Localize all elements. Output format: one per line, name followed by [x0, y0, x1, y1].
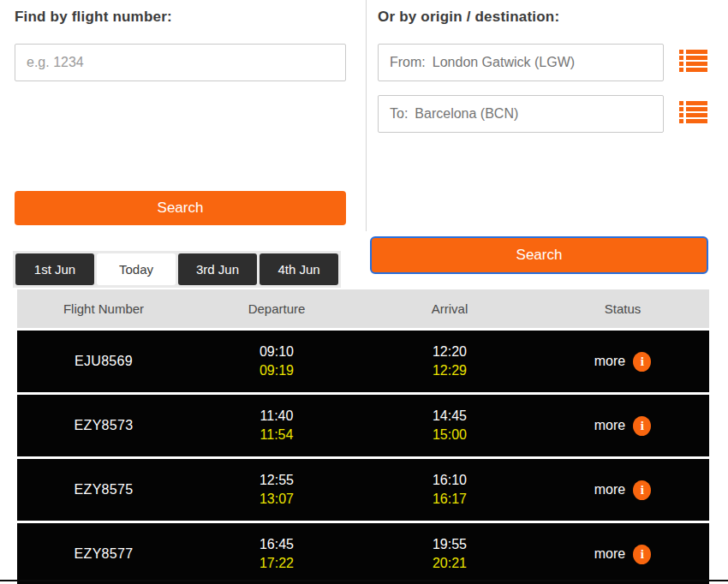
table-header-row: Flight Number Departure Arrival Status [17, 289, 709, 328]
status-cell: more i [536, 480, 709, 500]
table-row: EZY8575 12:55 13:07 16:10 16:17 more i [17, 459, 709, 521]
table-row: EJU8569 09:10 09:19 12:20 12:29 more i [17, 331, 709, 392]
col-departure: Departure [190, 301, 363, 316]
flight-number-search-button[interactable]: Search [15, 191, 346, 225]
more-button[interactable]: more i [594, 480, 651, 500]
tab-4th-jun[interactable]: 4th Jun [260, 253, 338, 285]
search-section: Find by flight number: Search Or by orig… [0, 0, 728, 238]
departure-cell: 11:40 11:54 [190, 407, 363, 444]
departure-actual-time: 13:07 [190, 490, 363, 509]
col-flight-number: Flight Number [17, 301, 190, 316]
info-icon: i [633, 416, 651, 436]
to-airport-list-button[interactable] [679, 101, 707, 127]
from-value: London Gatwick (LGW) [433, 55, 575, 70]
flight-number-cell: EZY8577 [17, 546, 190, 562]
to-airport-field[interactable]: To: Barcelona (BCN) [378, 95, 664, 133]
more-label: more [594, 418, 625, 433]
page-bottom-rule [0, 580, 728, 581]
flight-number-cell: EZY8575 [17, 482, 190, 498]
status-cell: more i [536, 352, 709, 372]
arrival-actual-time: 20:21 [363, 554, 536, 573]
flight-number-panel: Find by flight number: Search [0, 0, 366, 238]
info-icon: i [633, 352, 651, 372]
arrival-cell: 19:55 20:21 [363, 535, 536, 573]
col-arrival: Arrival [363, 301, 536, 316]
departure-scheduled-time: 09:10 [190, 343, 363, 361]
tab-1st-jun[interactable]: 1st Jun [15, 253, 94, 285]
departure-scheduled-time: 11:40 [190, 407, 363, 426]
arrival-actual-time: 16:17 [363, 490, 536, 509]
status-cell: more i [536, 545, 709, 564]
departure-scheduled-time: 16:45 [190, 535, 363, 554]
departure-scheduled-time: 12:55 [190, 471, 363, 490]
to-value: Barcelona (BCN) [415, 106, 518, 122]
to-label: To: [390, 106, 408, 122]
more-label: more [594, 354, 625, 369]
origin-destination-panel: Or by origin / destination: From: London… [367, 0, 728, 238]
table-row: EZY8573 11:40 11:54 14:45 15:00 more i [17, 395, 709, 456]
from-airport-field[interactable]: From: London Gatwick (LGW) [378, 44, 664, 81]
from-field-row: From: London Gatwick (LGW) [378, 44, 708, 81]
flight-number-cell: EJU8569 [17, 354, 190, 369]
date-tabs: 1st Jun Today 3rd Jun 4th Jun [13, 251, 341, 288]
more-button[interactable]: more i [594, 416, 651, 436]
status-cell: more i [536, 416, 709, 436]
col-status: Status [536, 301, 709, 316]
arrival-cell: 16:10 16:17 [363, 471, 536, 509]
more-button[interactable]: more i [594, 545, 651, 564]
from-airport-list-button[interactable] [679, 50, 707, 75]
more-label: more [594, 546, 625, 562]
info-icon: i [633, 480, 651, 500]
departure-actual-time: 17:22 [190, 554, 363, 573]
from-label: From: [390, 55, 426, 70]
tab-today[interactable]: Today [97, 253, 176, 285]
arrival-scheduled-time: 16:10 [363, 471, 536, 490]
flight-results-table: Flight Number Departure Arrival Status E… [17, 289, 709, 584]
arrival-cell: 14:45 15:00 [363, 407, 536, 444]
info-icon: i [633, 545, 651, 564]
flight-number-heading: Find by flight number: [15, 9, 346, 26]
arrival-actual-time: 15:00 [363, 426, 536, 444]
flight-number-cell: EZY8573 [17, 418, 190, 433]
origin-destination-search-button[interactable]: Search [370, 236, 708, 274]
table-row: EZY8577 16:45 17:22 19:55 20:21 more i [17, 523, 709, 584]
list-icon [679, 49, 707, 77]
departure-actual-time: 09:19 [190, 361, 363, 380]
flight-number-input[interactable] [15, 44, 346, 81]
arrival-cell: 12:20 12:29 [363, 343, 536, 380]
departure-cell: 09:10 09:19 [190, 343, 363, 380]
departure-cell: 16:45 17:22 [190, 535, 363, 573]
arrival-scheduled-time: 19:55 [363, 535, 536, 554]
more-button[interactable]: more i [594, 352, 651, 372]
origin-destination-heading: Or by origin / destination: [378, 9, 708, 26]
to-field-row: To: Barcelona (BCN) [378, 95, 708, 133]
tab-3rd-jun[interactable]: 3rd Jun [178, 253, 257, 285]
departure-cell: 12:55 13:07 [190, 471, 363, 509]
arrival-actual-time: 12:29 [363, 361, 536, 380]
departure-actual-time: 11:54 [190, 426, 363, 444]
arrival-scheduled-time: 14:45 [363, 407, 536, 426]
list-icon [679, 100, 707, 128]
more-label: more [594, 482, 625, 498]
arrival-scheduled-time: 12:20 [363, 343, 536, 361]
